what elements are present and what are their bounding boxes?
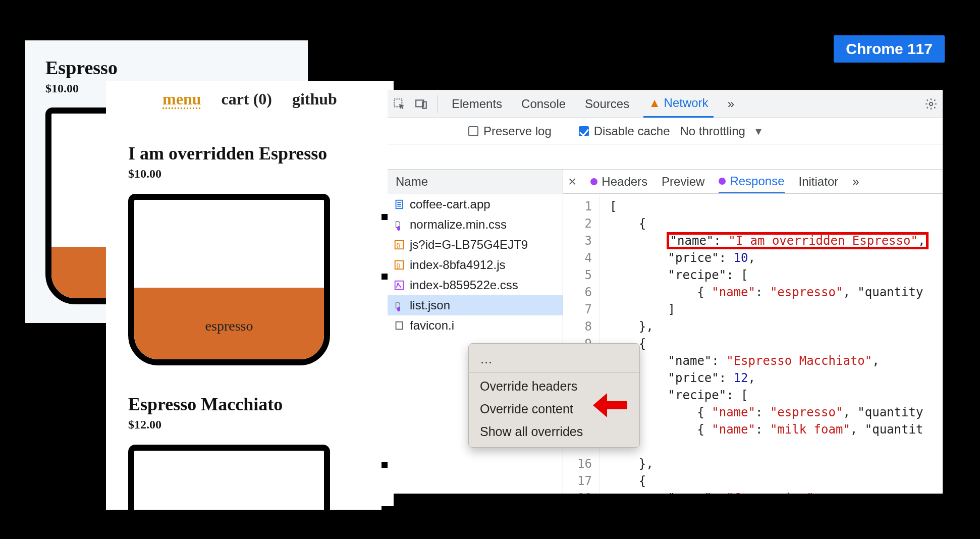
css-icon — [394, 280, 405, 291]
chevron-down-icon[interactable]: ▾ — [755, 124, 761, 138]
tab-more[interactable]: » — [852, 175, 859, 189]
svg-text:{}: {} — [397, 242, 401, 248]
file-row[interactable]: favicon.i — [388, 315, 563, 336]
network-toolbar: Preserve log Disable cache No throttling… — [388, 118, 943, 144]
product-title-2: Espresso Macchiato — [128, 394, 394, 415]
product-title-overridden: I am overridden Espresso — [128, 143, 394, 164]
js-icon: {} — [394, 259, 405, 271]
ctx-show-overrides[interactable]: Show all overrides — [469, 420, 639, 443]
tab-elements[interactable]: Elements — [447, 90, 507, 118]
app-window-front: menu cart (0) github I am overridden Esp… — [106, 81, 394, 510]
ctx-more[interactable]: … — [469, 348, 639, 370]
js-icon: {} — [394, 239, 405, 250]
tab-initiator[interactable]: Initiator — [799, 175, 839, 189]
file-row[interactable]: index-b859522e.css — [388, 275, 563, 295]
product-title: Espresso — [45, 57, 288, 79]
chrome-version-badge: Chrome 117 — [834, 35, 945, 63]
name-column-header[interactable]: Name — [388, 170, 563, 194]
detail-tabs: × Headers Preview Response Initiator » — [563, 170, 943, 194]
close-icon[interactable]: × — [568, 174, 576, 190]
file-row[interactable]: coffee-cart.app — [388, 194, 563, 214]
divider — [469, 372, 639, 373]
devtools-main-toolbar: Elements Console Sources ▲ Network » — [388, 90, 943, 118]
network-toolbar-2 — [388, 144, 943, 170]
override-icon — [394, 219, 405, 230]
throttling-select[interactable]: No throttling — [680, 124, 745, 138]
nav-menu[interactable]: menu — [162, 90, 201, 109]
product-price-2: $12.00 — [128, 418, 394, 432]
app-nav: menu cart (0) github — [106, 81, 394, 123]
settings-gear-icon[interactable] — [924, 97, 938, 111]
svg-rect-20 — [396, 322, 403, 330]
document-icon — [394, 199, 405, 210]
tab-response[interactable]: Response — [719, 170, 784, 193]
file-row-selected[interactable]: list.json — [388, 295, 563, 315]
device-toggle-icon[interactable] — [415, 97, 428, 111]
nav-github[interactable]: github — [292, 90, 337, 109]
disable-cache-checkbox[interactable]: Disable cache — [579, 124, 670, 138]
preserve-log-checkbox[interactable]: Preserve log — [468, 124, 552, 138]
arrow-annotation-icon — [593, 391, 627, 419]
divider — [437, 95, 438, 113]
nav-cart[interactable]: cart (0) — [222, 90, 272, 109]
tab-preview[interactable]: Preview — [662, 175, 704, 189]
override-icon — [394, 300, 405, 311]
file-row[interactable]: {}js?id=G-LB75G4EJT9 — [388, 235, 563, 255]
tab-more[interactable]: » — [723, 90, 739, 118]
tab-headers[interactable]: Headers — [590, 175, 647, 189]
file-row[interactable]: {}index-8bfa4912.js — [388, 255, 563, 275]
tab-console[interactable]: Console — [516, 90, 571, 118]
file-icon — [394, 320, 405, 331]
file-row[interactable]: normalize.min.css — [388, 214, 563, 235]
warning-icon: ▲ — [648, 96, 661, 110]
inspect-icon[interactable] — [393, 97, 406, 111]
svg-text:{}: {} — [397, 262, 401, 268]
svg-point-3 — [930, 102, 933, 105]
code-body[interactable]: [ { "name": "I am overridden Espresso", … — [600, 194, 943, 494]
cup-label: espresso — [134, 318, 324, 334]
cup-illustration-2[interactable] — [128, 445, 394, 510]
tab-sources[interactable]: Sources — [580, 90, 634, 118]
tab-network[interactable]: ▲ Network — [643, 90, 713, 118]
cup-illustration-front[interactable]: espresso — [128, 194, 394, 365]
product-price-1: $10.00 — [128, 167, 394, 181]
